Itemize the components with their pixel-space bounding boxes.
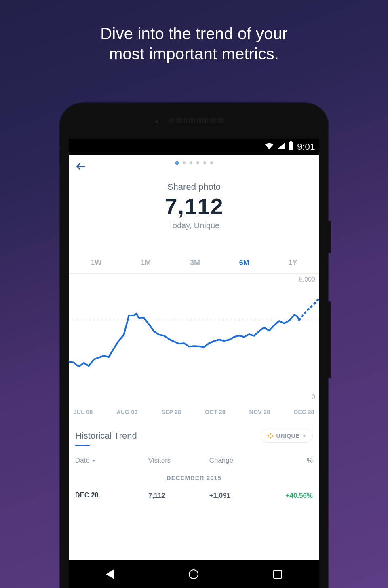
pager-dot[interactable] — [190, 161, 192, 164]
pager-dot[interactable] — [175, 161, 179, 165]
row-visitors: 7,112 — [148, 492, 209, 500]
phone-frame: 9:01 Shared photo 7,112 Today, Unique 1W… — [60, 103, 328, 588]
pager-dot[interactable] — [203, 161, 206, 164]
col-pct-label: % — [270, 456, 313, 465]
history-rows: DEC 287,112+1,091+40.56% — [69, 486, 319, 505]
chart-xaxis: JUL 08AUG 03SEP 28OCT 28NOV 28DEC 28 — [69, 405, 319, 422]
range-tab-6m[interactable]: 6M — [235, 257, 253, 269]
metric-subtitle: Today, Unique — [69, 221, 319, 230]
status-time: 9:01 — [297, 142, 315, 152]
pager-dot[interactable] — [183, 161, 186, 164]
metric-title: Shared photo — [69, 182, 319, 192]
back-button[interactable] — [75, 161, 86, 172]
historical-trend-header: Historical Trend UNIQUE — [69, 422, 319, 447]
chart-xtick: JUL 08 — [74, 409, 93, 415]
chart-ytick-bottom: 0 — [312, 393, 315, 401]
chart-xtick: NOV 28 — [249, 409, 270, 415]
phone-front-camera — [154, 119, 160, 125]
promo-headline-line1: Dive into the trend of your — [0, 23, 388, 44]
app-content: Shared photo 7,112 Today, Unique 1W1M3M6… — [69, 155, 319, 505]
phone-volume-button — [328, 301, 331, 378]
chart-xtick: OCT 28 — [205, 409, 226, 415]
col-date-label: Date — [75, 456, 90, 465]
chart-canvas — [69, 285, 319, 394]
nav-home-button[interactable] — [189, 569, 198, 579]
svg-rect-1 — [290, 141, 292, 142]
filter-icon — [268, 433, 273, 439]
svg-point-7 — [272, 435, 273, 437]
phone-screen: 9:01 Shared photo 7,112 Today, Unique 1W… — [69, 139, 319, 588]
promo-headline: Dive into the trend of your most importa… — [0, 0, 388, 64]
wifi-icon — [265, 142, 274, 152]
svg-point-4 — [270, 433, 271, 435]
col-change-label: Change — [209, 456, 270, 465]
svg-point-6 — [268, 435, 269, 437]
battery-icon — [288, 141, 294, 153]
range-selector[interactable]: 1W1M3M6M1Y — [69, 257, 319, 273]
trend-chart[interactable]: 5,000 0 — [69, 274, 319, 405]
pager-dot[interactable] — [196, 161, 199, 164]
col-date-sort[interactable]: Date — [75, 456, 148, 465]
row-pct: +40.56% — [270, 492, 313, 500]
history-row[interactable]: DEC 287,112+1,091+40.56% — [69, 486, 319, 505]
sort-caret-icon — [92, 460, 95, 462]
historical-trend-title: Historical Trend — [75, 431, 137, 441]
row-change: +1,091 — [209, 492, 270, 500]
chart-xtick: SEP 28 — [161, 409, 181, 415]
unique-filter-button[interactable]: UNIQUE — [261, 429, 313, 443]
nav-back-button[interactable] — [106, 569, 114, 579]
android-status-bar: 9:01 — [69, 139, 319, 155]
unique-filter-label: UNIQUE — [276, 433, 299, 439]
svg-point-5 — [270, 437, 271, 439]
range-tab-1y[interactable]: 1Y — [285, 257, 302, 269]
nav-recent-button[interactable] — [273, 570, 282, 579]
phone-power-button — [328, 221, 331, 253]
app-topbar — [69, 155, 319, 178]
row-date: DEC 28 — [75, 492, 148, 500]
chart-ytick-top: 5,000 — [299, 276, 315, 283]
svg-rect-0 — [289, 142, 293, 150]
history-table-header: Date Visitors Change % — [69, 447, 319, 467]
metric-summary: Shared photo 7,112 Today, Unique — [69, 178, 319, 238]
chevron-down-icon — [303, 435, 306, 437]
range-tab-3m[interactable]: 3M — [186, 257, 204, 269]
pager-dot[interactable] — [210, 161, 213, 164]
android-nav-bar — [69, 560, 319, 588]
pager-dots[interactable] — [69, 161, 319, 165]
cell-signal-icon — [277, 142, 285, 152]
chart-xtick: DEC 28 — [294, 409, 314, 415]
history-month-header: DECEMBER 2015 — [69, 467, 319, 486]
phone-speaker — [168, 118, 225, 123]
range-tab-1m[interactable]: 1M — [137, 257, 155, 269]
col-visitors-label: Visitors — [148, 456, 209, 465]
metric-value: 7,112 — [69, 193, 319, 219]
range-tab-1w[interactable]: 1W — [86, 257, 105, 269]
chart-xtick: AUG 03 — [116, 409, 137, 415]
promo-headline-line2: most important metrics. — [0, 44, 388, 64]
